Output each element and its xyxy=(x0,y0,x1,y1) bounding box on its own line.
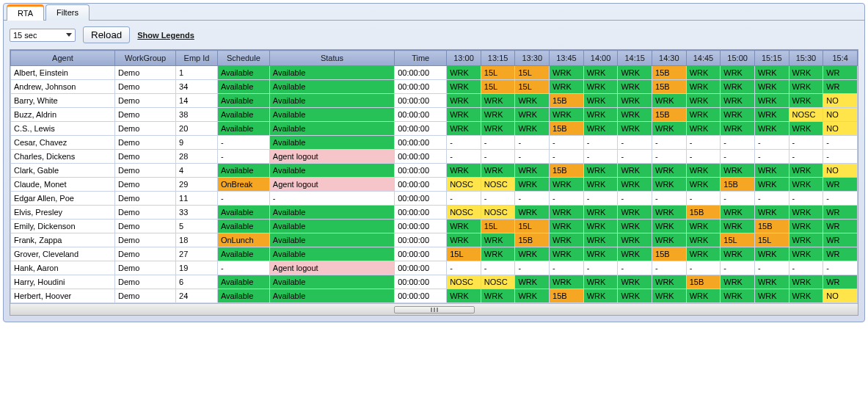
slot-cell: WRK xyxy=(754,164,789,178)
slot-cell: WRK xyxy=(686,66,721,80)
column-header[interactable]: WorkGroup xyxy=(114,51,175,66)
slot-cell: WRK xyxy=(686,233,721,247)
column-header[interactable]: Emp Id xyxy=(176,51,218,66)
slot-cell: WRK xyxy=(447,66,481,80)
column-header-time[interactable]: 13:15 xyxy=(481,51,515,66)
table-row[interactable]: Herbert, HooverDemo24AvailableAvailable0… xyxy=(11,289,858,303)
slot-cell: NO xyxy=(823,108,858,122)
slot-cell: - xyxy=(515,136,550,150)
slot-cell: WRK xyxy=(789,289,823,303)
column-header-time[interactable]: 13:30 xyxy=(515,51,550,66)
tab-bar: RTA Filters xyxy=(4,4,864,21)
table-row[interactable]: Barry, WhiteDemo14AvailableAvailable00:0… xyxy=(11,94,858,108)
slot-cell: - xyxy=(686,192,721,206)
column-header[interactable]: Agent xyxy=(11,51,115,66)
column-header-time[interactable]: 13:45 xyxy=(550,51,584,66)
table-row[interactable]: Charles, DickensDemo28-Agent logout00:00… xyxy=(11,150,858,164)
column-header[interactable]: Schedule xyxy=(217,51,269,66)
status-cell: - xyxy=(269,192,394,206)
slot-cell: WRK xyxy=(618,289,652,303)
agent-cell: Grover, Cleveland xyxy=(11,247,115,261)
slot-cell: WR xyxy=(823,80,858,94)
slot-cell: 15L xyxy=(481,80,515,94)
refresh-interval-select[interactable]: 15 sec xyxy=(10,29,76,42)
table-row[interactable]: Grover, ClevelandDemo27AvailableAvailabl… xyxy=(11,247,858,261)
workgroup-cell: Demo xyxy=(114,206,175,220)
slot-cell: WRK xyxy=(789,80,823,94)
slot-cell: WRK xyxy=(789,247,823,261)
table-row[interactable]: Harry, HoudiniDemo6AvailableAvailable00:… xyxy=(11,275,858,289)
scrollbar-thumb[interactable] xyxy=(394,306,475,313)
slot-cell: WRK xyxy=(721,164,755,178)
slot-cell: WRK xyxy=(721,108,755,122)
tab-filters[interactable]: Filters xyxy=(45,4,90,21)
grid-scroll[interactable]: AgentWorkGroupEmp IdScheduleStatusTime13… xyxy=(10,50,858,303)
column-header-time[interactable]: 13:00 xyxy=(447,51,481,66)
table-row[interactable]: Andrew, JohnsonDemo34AvailableAvailable0… xyxy=(11,80,858,94)
slot-cell: - xyxy=(618,150,652,164)
time-cell: 00:00:00 xyxy=(395,150,447,164)
slot-cell: WRK xyxy=(652,178,687,192)
slot-cell: WRK xyxy=(754,80,789,94)
time-cell: 00:00:00 xyxy=(395,220,447,233)
schedule-cell: Available xyxy=(217,94,269,108)
status-cell: Available xyxy=(269,206,394,220)
slot-cell: 15B xyxy=(754,220,789,233)
table-row[interactable]: Buzz, AldrinDemo38AvailableAvailable00:0… xyxy=(11,108,858,122)
slot-cell: NO xyxy=(823,94,858,108)
tab-rta[interactable]: RTA xyxy=(7,4,44,21)
column-header-time[interactable]: 15:4 xyxy=(823,51,858,66)
empid-cell: 27 xyxy=(176,247,218,261)
slot-cell: 15B xyxy=(652,108,687,122)
slot-cell: NOSC xyxy=(789,108,823,122)
slot-cell: - xyxy=(618,261,652,275)
column-header[interactable]: Time xyxy=(395,51,447,66)
slot-cell: WRK xyxy=(583,220,618,233)
empid-cell: 19 xyxy=(176,261,218,275)
table-row[interactable]: Elvis, PresleyDemo33AvailableAvailable00… xyxy=(11,206,858,220)
table-row[interactable]: Frank, ZappaDemo18OnLunchAvailable00:00:… xyxy=(11,233,858,247)
status-cell: Agent logout xyxy=(269,150,394,164)
workgroup-cell: Demo xyxy=(114,66,175,80)
column-header-time[interactable]: 14:45 xyxy=(686,51,721,66)
slot-cell: WRK xyxy=(481,108,515,122)
table-row[interactable]: Emily, DickensonDemo5AvailableAvailable0… xyxy=(11,220,858,233)
slot-cell: WRK xyxy=(583,247,618,261)
show-legends-link[interactable]: Show Legends xyxy=(137,31,194,40)
column-header-time[interactable]: 14:30 xyxy=(652,51,687,66)
table-row[interactable]: Albert, EinsteinDemo1AvailableAvailable0… xyxy=(11,66,858,80)
time-cell: 00:00:00 xyxy=(395,178,447,192)
slot-cell: WRK xyxy=(515,275,550,289)
slot-cell: WRK xyxy=(618,178,652,192)
table-row[interactable]: Cesar, ChavezDemo9-Available00:00:00----… xyxy=(11,136,858,150)
column-header-time[interactable]: 14:15 xyxy=(618,51,652,66)
workgroup-cell: Demo xyxy=(114,108,175,122)
column-header-time[interactable]: 15:15 xyxy=(754,51,789,66)
column-header-time[interactable]: 15:00 xyxy=(721,51,755,66)
slot-cell: WRK xyxy=(652,289,687,303)
slot-cell: - xyxy=(447,192,481,206)
agent-cell: Andrew, Johnson xyxy=(11,80,115,94)
slot-cell: WRK xyxy=(515,289,550,303)
horizontal-scrollbar[interactable] xyxy=(10,303,858,315)
column-header[interactable]: Status xyxy=(269,51,394,66)
slot-cell: 15B xyxy=(686,275,721,289)
column-header-time[interactable]: 14:00 xyxy=(583,51,618,66)
slot-cell: WRK xyxy=(789,94,823,108)
reload-button[interactable]: Reload xyxy=(83,26,130,43)
slot-cell: WRK xyxy=(515,164,550,178)
slot-cell: WRK xyxy=(447,220,481,233)
table-row[interactable]: Hank, AaronDemo19-Agent logout00:00:00--… xyxy=(11,261,858,275)
table-row[interactable]: Edgar Allen, PoeDemo11--00:00:00--------… xyxy=(11,192,858,206)
slot-cell: WRK xyxy=(447,94,481,108)
slot-cell: WR xyxy=(823,206,858,220)
table-row[interactable]: Claude, MonetDemo29OnBreakAgent logout00… xyxy=(11,178,858,192)
table-row[interactable]: Clark, GableDemo4AvailableAvailable00:00… xyxy=(11,164,858,178)
slot-cell: WRK xyxy=(481,122,515,136)
slot-cell: WRK xyxy=(515,94,550,108)
column-header-time[interactable]: 15:30 xyxy=(789,51,823,66)
slot-cell: WRK xyxy=(515,122,550,136)
slot-cell: WRK xyxy=(652,233,687,247)
status-cell: Available xyxy=(269,108,394,122)
table-row[interactable]: C.S., LewisDemo20AvailableAvailable00:00… xyxy=(11,122,858,136)
